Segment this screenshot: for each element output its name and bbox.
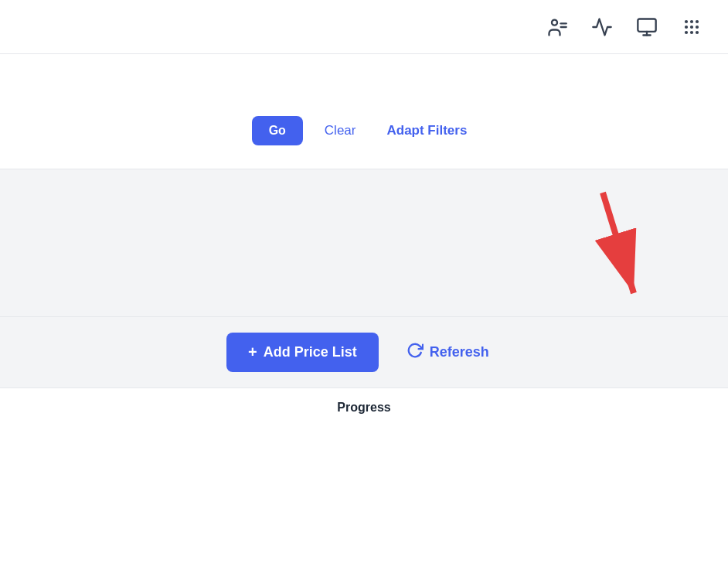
user-list-icon[interactable]	[544, 14, 570, 40]
progress-label: Progress	[337, 401, 390, 415]
svg-point-8	[696, 19, 699, 22]
refresh-button[interactable]: Referesh	[394, 331, 502, 374]
svg-rect-3	[638, 19, 655, 31]
plus-icon: +	[248, 343, 257, 361]
monitor-icon[interactable]	[634, 14, 660, 40]
middle-section	[0, 169, 728, 316]
svg-point-9	[685, 25, 688, 28]
header-bar	[0, 0, 728, 54]
svg-line-16	[603, 193, 634, 293]
svg-point-10	[690, 25, 693, 28]
go-button[interactable]: Go	[252, 116, 303, 145]
svg-point-13	[690, 30, 693, 33]
adapt-filters-button[interactable]: Adapt Filters	[377, 117, 476, 145]
svg-point-12	[685, 30, 688, 33]
grid-apps-icon[interactable]	[679, 14, 705, 40]
add-price-list-button[interactable]: + Add Price List	[226, 333, 379, 372]
filter-area: Go Clear Adapt Filters	[0, 54, 728, 169]
clear-button[interactable]: Clear	[315, 117, 366, 145]
refresh-icon	[407, 342, 424, 363]
svg-point-14	[696, 30, 699, 33]
svg-point-11	[696, 25, 699, 28]
progress-section: Progress	[0, 388, 728, 427]
analytics-icon[interactable]	[589, 14, 615, 40]
action-bar: + Add Price List Referesh	[0, 316, 728, 388]
refresh-label: Referesh	[430, 344, 489, 360]
svg-point-7	[690, 19, 693, 22]
svg-point-0	[552, 19, 557, 25]
add-price-list-label: Add Price List	[264, 344, 357, 360]
svg-point-6	[685, 19, 688, 22]
